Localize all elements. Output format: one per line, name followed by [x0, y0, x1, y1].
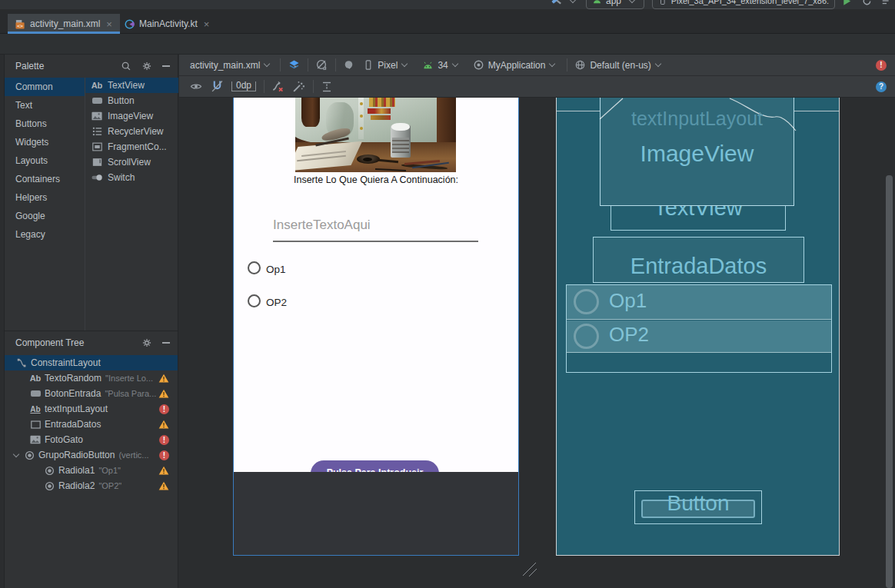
palette-category-google[interactable]: Google — [5, 207, 85, 225]
constraintlayout-icon — [15, 357, 28, 368]
tree-node-textorandom[interactable]: Ab TextoRandom"Inserte Lo... — [5, 370, 178, 386]
run-config-selector[interactable]: app — [586, 0, 644, 9]
vertical-scrollbar[interactable] — [886, 175, 893, 588]
palette-categories: Common Text Buttons Widgets Layouts Cont… — [5, 78, 85, 244]
textview-textorandom[interactable]: Inserte Lo Que Quiera A Continuación: — [234, 174, 518, 185]
palette-category-containers[interactable]: Containers — [5, 170, 85, 188]
medals — [369, 98, 395, 107]
textinput-placeholder[interactable]: InserteTextoAqui — [273, 218, 371, 233]
close-icon[interactable]: × — [106, 18, 112, 30]
blueprint-op2-label: OP2 — [609, 323, 649, 347]
tab-label: MainActivity.kt — [139, 18, 198, 29]
tree-node-radiola1[interactable]: Radiola1"Op1" — [5, 463, 178, 478]
hammer-icon — [551, 0, 562, 6]
build-hammer-button[interactable] — [546, 0, 582, 9]
search-icon[interactable] — [121, 61, 131, 71]
tree-node-gruporadiobutton[interactable]: GrupoRadioButton(vertic... ! — [5, 447, 178, 463]
palette-category-widgets[interactable]: Widgets — [5, 133, 85, 151]
blueprint-entradadatos-label: EntradaDatos — [593, 254, 804, 279]
design-surface[interactable]: Inserte Lo Que Quiera A Continuación: In… — [233, 98, 519, 556]
textview-icon: Ab — [91, 81, 103, 90]
tab-mainactivity-kt[interactable]: MainActivity.kt × — [117, 14, 217, 34]
minimize-icon[interactable] — [162, 342, 170, 344]
component-tree-header: Component Tree — [5, 331, 178, 354]
palette-category-layouts[interactable]: Layouts — [5, 151, 85, 170]
default-margin-button[interactable]: 0dp — [231, 81, 256, 91]
tree-node-fotogato[interactable]: FotoGato ! — [5, 432, 178, 447]
run-config-label: app — [606, 0, 621, 6]
orientation-button[interactable] — [315, 58, 328, 71]
resize-handle[interactable] — [520, 560, 538, 578]
editor-toolbar-strip — [0, 34, 895, 55]
warning-icon — [158, 466, 169, 475]
clear-constraints-button[interactable] — [271, 80, 284, 93]
more-menu-button[interactable] — [881, 0, 892, 9]
restart-button[interactable] — [861, 0, 873, 9]
run-button[interactable] — [841, 0, 853, 9]
palette-item-recyclerview[interactable]: RecyclerView — [85, 124, 178, 139]
imageview-icon — [91, 111, 103, 121]
tree-node-radiola2[interactable]: Radiola2"OP2" — [5, 478, 178, 493]
palette-category-common[interactable]: Common — [5, 78, 85, 96]
tab-activity-main-xml[interactable]: <> activity_main.xml × — [8, 14, 120, 34]
main-toolbar: app Pixel_3a_API_34_extension_level_7_x8… — [0, 0, 895, 9]
android-studio-window: { "run_bar": {"module": "app", "device":… — [0, 0, 895, 588]
theme-color-button[interactable] — [343, 59, 355, 71]
blueprint-radiogroup[interactable]: Op1 OP2 — [566, 284, 832, 373]
close-icon[interactable]: × — [204, 18, 210, 30]
blueprint-radio-op1[interactable]: Op1 — [567, 285, 831, 320]
design-mode-button[interactable] — [288, 59, 301, 71]
imageview-fotogato[interactable] — [295, 98, 456, 172]
gear-icon[interactable] — [141, 337, 152, 348]
device-dropdown[interactable]: Pixel — [363, 59, 408, 71]
blueprint-op1-label: Op1 — [609, 289, 647, 313]
palette-item-imageview[interactable]: ImageView — [85, 108, 178, 124]
error-count-badge[interactable]: ! — [876, 60, 887, 71]
view-options-button[interactable] — [190, 81, 203, 93]
button-botonentrada[interactable]: Pulsa Para Introducir — [311, 460, 439, 472]
infer-constraints-button[interactable] — [292, 80, 305, 93]
design-canvas[interactable]: Inserte Lo Que Quiera A Continuación: In… — [179, 98, 895, 588]
palette-title: Palette — [15, 61, 44, 71]
error-icon: ! — [159, 450, 169, 460]
device-screen[interactable]: Inserte Lo Que Quiera A Continuación: In… — [234, 98, 518, 472]
radio-op1[interactable] — [248, 261, 261, 274]
palette-category-buttons[interactable]: Buttons — [5, 115, 85, 133]
restart-icon — [861, 0, 873, 7]
pack-align-button[interactable] — [321, 81, 333, 93]
radio-op2[interactable] — [248, 294, 261, 307]
blueprint-surface[interactable]: TextView textInputLayout ImageView Entra… — [556, 98, 840, 556]
locale-dropdown[interactable]: Default (en-us) — [574, 59, 661, 71]
palette-item-scrollview[interactable]: ScrollView — [85, 154, 178, 170]
warning-icon — [158, 389, 169, 398]
imageview-icon — [29, 435, 42, 444]
phone-icon — [363, 59, 374, 71]
blueprint-radio-op2[interactable]: OP2 — [567, 321, 831, 353]
menu-icon — [881, 0, 892, 6]
palette-item-textview[interactable]: AbTextView — [85, 78, 178, 93]
gear-icon[interactable] — [141, 61, 152, 71]
blueprint-textinputlayout-label: textInputLayout — [600, 108, 794, 130]
palette-item-button[interactable]: Button — [85, 93, 178, 108]
minimize-icon[interactable] — [162, 65, 170, 67]
textview-icon: Ab — [29, 374, 42, 383]
tree-node-constraintlayout[interactable]: ConstraintLayout — [5, 355, 178, 370]
tree-node-textinputlayout[interactable]: Ab textInputLayout ! — [5, 401, 178, 417]
tree-node-entradadatos[interactable]: EntradaDatos — [5, 417, 178, 432]
chevron-down-icon[interactable] — [13, 451, 19, 457]
android-icon — [422, 60, 434, 70]
device-selector[interactable]: Pixel_3a_API_34_extension_level_7_x86... — [652, 0, 835, 9]
file-dropdown[interactable]: activity_main.xml — [190, 60, 271, 71]
tree-node-botonentrada[interactable]: BotonEntrada"Pulsa Para... — [5, 386, 178, 401]
theme-dropdown[interactable]: MyApplication — [473, 59, 557, 71]
palette-category-text[interactable]: Text — [5, 96, 85, 115]
api-dropdown[interactable]: 34 — [422, 60, 458, 71]
palette-category-helpers[interactable]: Helpers — [5, 188, 85, 207]
help-badge[interactable]: ? — [876, 81, 887, 92]
palette-item-switch[interactable]: Switch — [85, 170, 178, 185]
globe-icon — [574, 59, 586, 71]
palette-category-legacy[interactable]: Legacy — [5, 225, 85, 244]
autoconnect-button[interactable] — [211, 80, 224, 93]
blueprint-button-label: Button — [634, 491, 762, 516]
palette-item-fragmentcontainerview[interactable]: FragmentCo... — [85, 139, 178, 154]
